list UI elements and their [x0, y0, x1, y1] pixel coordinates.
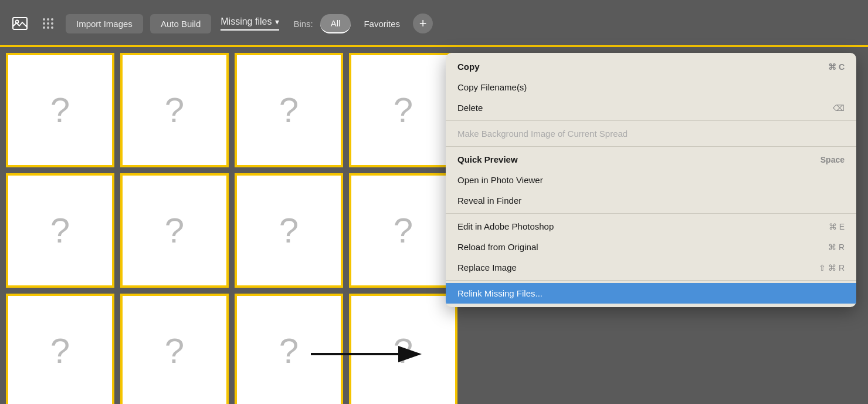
- menu-item-replace-image-label: Replace Image: [457, 262, 517, 272]
- auto-build-button[interactable]: Auto Build: [150, 14, 211, 33]
- missing-indicator: ?: [165, 331, 184, 371]
- menu-shortcut-quick-preview: Space: [820, 155, 845, 164]
- svg-point-9: [47, 26, 49, 29]
- svg-point-6: [47, 22, 49, 25]
- svg-point-8: [43, 26, 45, 29]
- grid-cell-5[interactable]: ?: [6, 173, 114, 288]
- import-images-button[interactable]: Import Images: [66, 14, 143, 33]
- separator-2: [446, 146, 856, 147]
- missing-indicator: ?: [165, 210, 184, 251]
- missing-indicator: ?: [279, 331, 299, 371]
- grid-cell-1[interactable]: ?: [6, 53, 114, 167]
- grid-cell-8[interactable]: ?: [349, 173, 457, 288]
- photo-icon[interactable]: [9, 13, 30, 34]
- toolbar: Import Images Auto Build Missing files ▾…: [0, 0, 868, 47]
- menu-item-replace-image[interactable]: Replace Image ⇧ ⌘ R: [446, 257, 856, 278]
- grid-cell-10[interactable]: ?: [120, 294, 229, 404]
- menu-item-quick-preview[interactable]: Quick Preview Space: [446, 149, 856, 170]
- menu-item-reveal-finder-label: Reveal in Finder: [457, 196, 521, 206]
- missing-files-button[interactable]: Missing files ▾: [221, 16, 279, 31]
- photo-icon-svg: [12, 15, 28, 32]
- grid-cell-2[interactable]: ?: [120, 53, 229, 167]
- menu-item-make-background: Make Background Image of Current Spread: [446, 123, 856, 144]
- svg-point-2: [43, 18, 45, 21]
- svg-point-5: [43, 22, 45, 25]
- menu-item-reload-original-label: Reload from Original: [457, 242, 538, 252]
- menu-item-make-background-label: Make Background Image of Current Spread: [457, 129, 628, 139]
- menu-item-edit-photoshop-label: Edit in Adobe Photoshop: [457, 221, 554, 231]
- svg-point-10: [51, 26, 53, 29]
- favorites-button[interactable]: Favorites: [358, 15, 406, 33]
- grid-icon-svg: [42, 17, 55, 30]
- missing-indicator: ?: [279, 90, 299, 130]
- separator-4: [446, 280, 856, 281]
- svg-point-3: [47, 18, 49, 21]
- toolbar-underline: [0, 45, 868, 47]
- menu-item-delete[interactable]: Delete ⌫: [446, 97, 856, 118]
- missing-indicator: ?: [394, 210, 413, 251]
- grid-cell-6[interactable]: ?: [120, 173, 229, 288]
- menu-item-copy[interactable]: Copy ⌘ C: [446, 56, 856, 77]
- menu-shortcut-edit-photoshop: ⌘ E: [829, 222, 845, 231]
- grid-cell-4[interactable]: ?: [349, 53, 457, 167]
- missing-indicator: ?: [50, 331, 70, 371]
- svg-point-4: [51, 18, 53, 21]
- missing-indicator: ?: [50, 210, 70, 251]
- menu-item-reload-original[interactable]: Reload from Original ⌘ R: [446, 237, 856, 257]
- menu-shortcut-delete: ⌫: [833, 103, 845, 113]
- bins-all-button[interactable]: All: [320, 14, 351, 33]
- missing-indicator: ?: [50, 90, 70, 130]
- missing-indicator: ?: [394, 90, 413, 130]
- separator-1: [446, 120, 856, 121]
- grid-icon[interactable]: [38, 13, 59, 34]
- menu-shortcut-reload-original: ⌘ R: [828, 243, 845, 252]
- grid-cell-3[interactable]: ?: [235, 53, 343, 167]
- menu-item-relink-missing-label: Relink Missing Files...: [457, 288, 542, 298]
- menu-shortcut-copy: ⌘ C: [828, 62, 845, 72]
- menu-item-open-photo-viewer[interactable]: Open in Photo Viewer: [446, 170, 856, 190]
- arrow-indicator: [311, 339, 428, 369]
- grid-cell-9[interactable]: ?: [6, 294, 114, 404]
- menu-item-edit-photoshop[interactable]: Edit in Adobe Photoshop ⌘ E: [446, 216, 856, 237]
- menu-item-delete-label: Delete: [457, 103, 483, 113]
- svg-rect-0: [13, 18, 27, 29]
- menu-item-copy-filename-label: Copy Filename(s): [457, 82, 527, 92]
- missing-indicator: ?: [279, 210, 299, 251]
- menu-item-relink-missing[interactable]: Relink Missing Files...: [446, 283, 856, 304]
- menu-shortcut-replace-image: ⇧ ⌘ R: [819, 263, 845, 272]
- context-menu: Copy ⌘ C Copy Filename(s) Delete ⌫ Make …: [446, 53, 856, 307]
- arrow-svg: [311, 339, 428, 369]
- menu-item-copy-label: Copy: [457, 62, 480, 72]
- add-button[interactable]: +: [413, 14, 433, 33]
- bins-label: Bins:: [293, 19, 313, 29]
- missing-indicator: ?: [165, 90, 184, 130]
- missing-files-label: Missing files: [221, 16, 272, 27]
- grid-cell-7[interactable]: ?: [235, 173, 343, 288]
- separator-3: [446, 213, 856, 214]
- menu-item-reveal-finder[interactable]: Reveal in Finder: [446, 190, 856, 211]
- menu-item-copy-filename[interactable]: Copy Filename(s): [446, 77, 856, 97]
- chevron-down-icon: ▾: [275, 17, 279, 26]
- svg-point-7: [51, 22, 53, 25]
- menu-item-quick-preview-label: Quick Preview: [457, 154, 518, 164]
- menu-item-open-photo-viewer-label: Open in Photo Viewer: [457, 175, 543, 185]
